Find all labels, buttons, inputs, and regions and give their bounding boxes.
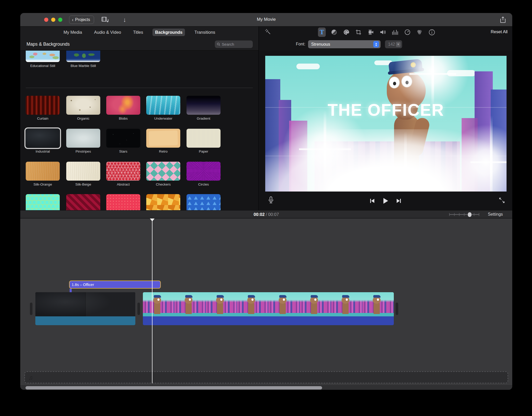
- previous-frame-icon[interactable]: [369, 198, 375, 204]
- timecode-display: 00:02 / 00:07: [20, 212, 512, 217]
- browser-tabs: My Media Audio & Video Titles Background…: [20, 26, 258, 38]
- reset-all-button[interactable]: Reset All: [491, 29, 508, 34]
- background-item-retro[interactable]: Retro: [146, 129, 180, 153]
- tab-transitions[interactable]: Transitions: [192, 29, 218, 36]
- text-icon: T: [320, 29, 324, 36]
- volume-button[interactable]: [379, 28, 387, 37]
- speaker-icon: [380, 29, 386, 35]
- background-item-organic[interactable]: Organic: [66, 96, 100, 120]
- enhance-magic-wand-icon[interactable]: [265, 29, 272, 36]
- font-select-value: Strenuous: [311, 42, 330, 47]
- media-browser-panel: My Media Audio & Video Titles Background…: [20, 26, 258, 210]
- font-size-select[interactable]: 142 ▼: [385, 40, 402, 48]
- search-input[interactable]: [222, 42, 251, 46]
- thumbnail-label: Blue Marble Still: [66, 64, 100, 68]
- contrast-icon: [331, 29, 337, 35]
- video-clip[interactable]: [143, 292, 394, 325]
- info-button[interactable]: [428, 28, 436, 37]
- viewer-panel: T: [259, 26, 512, 210]
- speed-button[interactable]: [403, 28, 411, 37]
- background-item-circles[interactable]: Circles: [187, 162, 221, 186]
- background-clip[interactable]: [35, 292, 135, 325]
- overlapping-circles-icon: [416, 29, 423, 35]
- font-select[interactable]: Strenuous ▲▼: [308, 40, 381, 48]
- background-item-diagonal-lines[interactable]: Diagonal Lines: [66, 194, 100, 210]
- background-item-industrial[interactable]: Industrial: [26, 129, 60, 153]
- info-icon: [429, 29, 435, 36]
- title-clip-label: 1.8s – Officer: [72, 283, 94, 287]
- background-item-underwater[interactable]: Underwater: [146, 96, 180, 120]
- background-item-paper[interactable]: Paper: [187, 129, 221, 153]
- speedometer-icon: [404, 29, 411, 35]
- timeline-scrollbar-track[interactable]: [20, 385, 512, 390]
- color-profile-button[interactable]: [416, 28, 423, 37]
- titles-settings-button[interactable]: T: [318, 28, 326, 37]
- color-balance-button[interactable]: [330, 28, 338, 37]
- background-item-dots[interactable]: Dots: [106, 194, 140, 210]
- palette-icon: [343, 29, 350, 35]
- background-item-educational-still[interactable]: Educational Still: [26, 51, 60, 68]
- background-item-blue-marble-still[interactable]: Blue Marble Still: [66, 51, 100, 68]
- title-clip[interactable]: 1.8s – Officer: [69, 281, 161, 289]
- next-frame-icon[interactable]: [396, 198, 402, 204]
- flare-wash: [265, 129, 507, 192]
- background-music-well[interactable]: ♫: [24, 371, 508, 383]
- crop-button[interactable]: [355, 28, 362, 37]
- educational-still-thumbnail[interactable]: [26, 51, 60, 62]
- blue-marble-thumbnail[interactable]: [66, 51, 100, 62]
- voiceover-mic-icon[interactable]: [268, 196, 274, 204]
- share-icon[interactable]: [500, 16, 506, 23]
- equalizer-bars-icon: [392, 29, 398, 35]
- background-item-curtain[interactable]: Curtain: [26, 96, 60, 120]
- timeline-zoom-slider[interactable]: [449, 214, 479, 215]
- background-clip-filmstrip: [35, 292, 135, 316]
- background-item-mosaic[interactable]: Mosaic: [146, 194, 180, 210]
- tab-my-media[interactable]: My Media: [61, 29, 85, 36]
- titlebar: ‹ Projects ↓ My Movie: [20, 13, 512, 26]
- playback-bar: [259, 192, 512, 210]
- tab-backgrounds[interactable]: Backgrounds: [152, 29, 185, 36]
- trim-handle-left[interactable]: [30, 303, 32, 315]
- background-item-blobs[interactable]: Blobs: [106, 96, 140, 120]
- timeline-scrollbar-thumb[interactable]: [25, 386, 322, 390]
- trim-handle-middle[interactable]: [137, 303, 140, 315]
- stepper-chevrons-icon: ▲▼: [373, 41, 379, 47]
- tab-titles[interactable]: Titles: [130, 29, 146, 36]
- thumbnail-label: Educational Still: [26, 64, 60, 68]
- tab-audio-video[interactable]: Audio & Video: [91, 29, 124, 36]
- timeline[interactable]: 1.8s – Officer ♫: [20, 219, 512, 390]
- background-item-checkers[interactable]: Checkers: [146, 162, 180, 186]
- timeline-settings-button[interactable]: Settings: [488, 212, 503, 217]
- playhead-marker[interactable]: [150, 219, 155, 221]
- preview-canvas[interactable]: THE OFFICER: [265, 56, 507, 192]
- backgrounds-grid: Educational Still Blue Marble Still Curt…: [20, 51, 258, 210]
- background-item-pinstripes[interactable]: Pinstripes: [66, 129, 100, 153]
- noise-equalizer-button[interactable]: [391, 28, 399, 37]
- background-item-stars[interactable]: Stars: [106, 129, 140, 153]
- total-duration: 00:07: [268, 212, 279, 217]
- background-item-abstract[interactable]: Abstract: [106, 162, 140, 186]
- video-clip-audio-strip: [143, 316, 394, 325]
- selected-background: [26, 129, 60, 148]
- timecode-bar: 00:02 / 00:07 Settings: [20, 210, 512, 218]
- background-item-silk-beige[interactable]: Silk-Beige: [66, 162, 100, 186]
- background-clip-audio-strip: [35, 316, 135, 325]
- section-divider: [26, 88, 253, 88]
- background-item-silk-orange[interactable]: Silk-Orange: [26, 162, 60, 186]
- zoom-slider-thumb[interactable]: [468, 212, 471, 217]
- background-item-gradient[interactable]: Gradient: [187, 96, 221, 120]
- fullscreen-icon[interactable]: [499, 197, 505, 203]
- color-correction-button[interactable]: [342, 28, 350, 37]
- stabilization-button[interactable]: [367, 28, 375, 37]
- background-item-triangles[interactable]: Triangles: [187, 194, 221, 210]
- play-icon[interactable]: [382, 197, 389, 204]
- browser-section-title: Maps & Backgrounds: [26, 42, 70, 47]
- trim-handle-right[interactable]: [396, 303, 398, 315]
- video-camera-icon: [367, 29, 374, 35]
- background-item-cubes[interactable]: Cubes: [26, 194, 60, 210]
- search-field[interactable]: [215, 40, 253, 48]
- chevron-down-icon: ▼: [396, 42, 401, 47]
- browser-header: Maps & Backgrounds: [20, 38, 258, 51]
- inspector-toolbar: T: [259, 26, 512, 38]
- playhead-line[interactable]: [152, 221, 152, 383]
